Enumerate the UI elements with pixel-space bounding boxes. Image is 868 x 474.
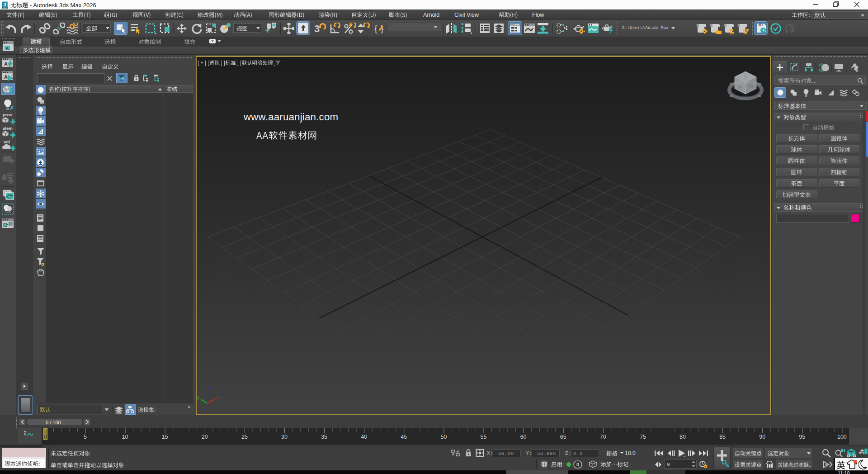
svg-text:MAX: MAX xyxy=(3,7,7,9)
svg-text:A: A xyxy=(10,105,14,110)
svg-text:y: y xyxy=(197,394,200,400)
svg-text:{: { xyxy=(374,24,377,33)
svg-text:x: x xyxy=(216,394,219,399)
svg-text:0: 0 xyxy=(576,462,579,467)
svg-text:A: A xyxy=(4,61,8,66)
svg-text:A: A xyxy=(4,74,8,80)
svg-text:3: 3 xyxy=(4,2,6,7)
svg-text:Z: Z xyxy=(207,387,210,392)
svg-text:3: 3 xyxy=(314,23,320,34)
svg-text:A: A xyxy=(6,46,9,51)
